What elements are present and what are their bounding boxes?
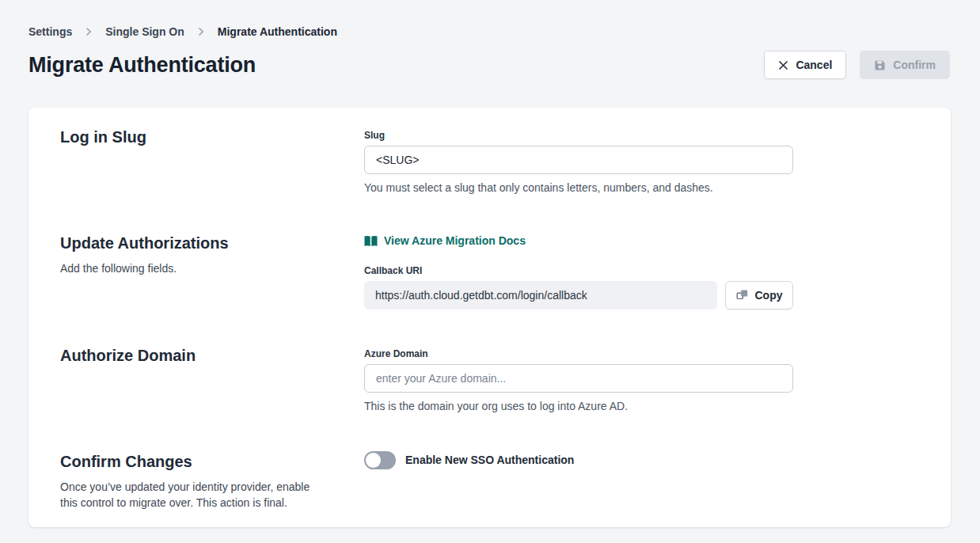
- toggle-knob: [366, 453, 381, 468]
- migrate-authentication-page: Settings Single Sign On Migrate Authenti…: [0, 0, 980, 543]
- cancel-button[interactable]: Cancel: [764, 51, 846, 79]
- update-authorizations-left: Update Authorizations Add the following …: [60, 234, 364, 347]
- book-icon: [364, 235, 378, 247]
- copy-icon: [736, 289, 749, 302]
- section-heading: Authorize Domain: [60, 347, 364, 365]
- chevron-right-icon: [196, 27, 206, 36]
- save-icon: [874, 59, 886, 71]
- login-slug-right: Slug You must select a slug that only co…: [364, 128, 793, 234]
- docs-link-row: View Azure Migration Docs: [364, 234, 793, 250]
- authorize-domain-right: Azure Domain This is the domain your org…: [364, 347, 793, 453]
- confirm-changes-right: Enable New SSO Authentication: [364, 453, 793, 511]
- copy-button[interactable]: Copy: [725, 281, 793, 309]
- authorize-domain-left: Authorize Domain: [60, 347, 364, 453]
- section-login-slug: Log in Slug Slug You must select a slug …: [60, 128, 919, 234]
- callback-copy-row: https://auth.cloud.getdbt.com/login/call…: [364, 281, 793, 309]
- section-heading: Update Authorizations: [60, 234, 364, 253]
- section-update-authorizations: Update Authorizations Add the following …: [60, 234, 919, 347]
- confirm-changes-left: Confirm Changes Once you’ve updated your…: [60, 453, 364, 511]
- copy-button-label: Copy: [755, 289, 783, 302]
- callback-uri-value: https://auth.cloud.getdbt.com/login/call…: [364, 281, 717, 309]
- azure-domain-input[interactable]: [364, 364, 793, 393]
- section-confirm-changes: Confirm Changes Once you’ve updated your…: [60, 453, 919, 511]
- section-heading: Confirm Changes: [60, 453, 364, 471]
- breadcrumb-settings[interactable]: Settings: [28, 25, 72, 38]
- sso-toggle-label: Enable New SSO Authentication: [405, 453, 574, 468]
- section-description: Add the following fields.: [60, 260, 323, 276]
- settings-card: Log in Slug Slug You must select a slug …: [28, 108, 951, 527]
- sso-toggle-row: Enable New SSO Authentication: [364, 453, 793, 469]
- slug-label: Slug: [364, 130, 793, 142]
- login-slug-left: Log in Slug: [60, 128, 364, 234]
- azure-domain-helper-text: This is the domain your org uses to log …: [364, 400, 793, 412]
- cancel-button-label: Cancel: [796, 59, 832, 71]
- breadcrumb: Settings Single Sign On Migrate Authenti…: [28, 25, 950, 38]
- slug-helper-text: You must select a slug that only contain…: [364, 181, 793, 194]
- slug-input[interactable]: [364, 146, 793, 174]
- chevron-right-icon: [84, 27, 93, 36]
- breadcrumb-current: Migrate Authentication: [218, 25, 337, 38]
- close-icon: [778, 60, 788, 70]
- page-header: Settings Single Sign On Migrate Authenti…: [0, 0, 980, 79]
- header-actions: Cancel Confirm: [764, 51, 950, 79]
- section-description: Once you’ve updated your identity provid…: [60, 479, 323, 511]
- callback-uri-label: Callback URI: [364, 265, 793, 277]
- confirm-button[interactable]: Confirm: [860, 51, 950, 79]
- confirm-button-label: Confirm: [893, 59, 936, 71]
- azure-migration-docs-link[interactable]: View Azure Migration Docs: [364, 234, 526, 247]
- breadcrumb-single-sign-on[interactable]: Single Sign On: [105, 25, 184, 38]
- update-authorizations-right: View Azure Migration Docs Callback URI h…: [364, 234, 793, 347]
- page-title: Migrate Authentication: [28, 53, 256, 78]
- azure-domain-label: Azure Domain: [364, 348, 793, 360]
- section-authorize-domain: Authorize Domain Azure Domain This is th…: [60, 347, 919, 453]
- docs-link-label: View Azure Migration Docs: [384, 234, 526, 247]
- title-row: Migrate Authentication Cancel: [28, 51, 950, 79]
- section-heading: Log in Slug: [60, 128, 364, 146]
- enable-sso-toggle[interactable]: [364, 451, 396, 469]
